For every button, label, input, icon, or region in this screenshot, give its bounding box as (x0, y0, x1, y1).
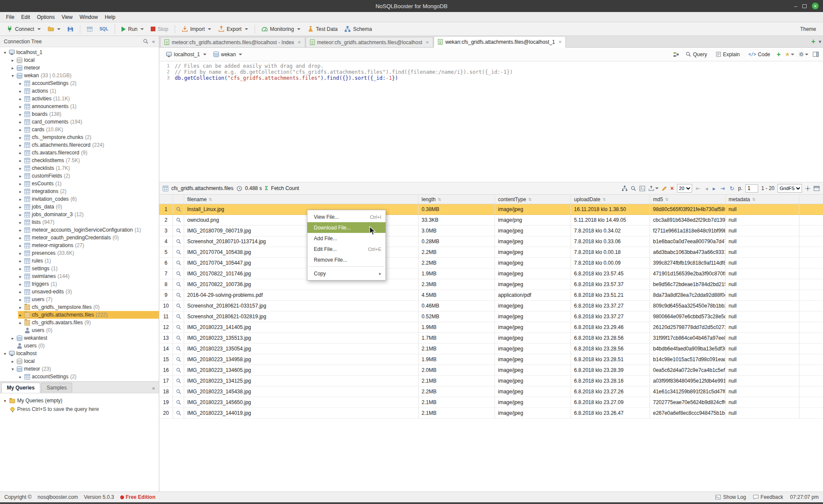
content-type-cell[interactable]: image/jpeg (495, 386, 571, 397)
query-button[interactable]: Query (683, 50, 709, 59)
layout-panel-icon[interactable] (813, 51, 819, 57)
length-cell[interactable]: 0.38MB (419, 204, 495, 214)
content-type-cell[interactable]: image/jpeg (495, 236, 571, 247)
tree-item[interactable]: ▸ esCounts (1) (0, 180, 159, 187)
preview-cell[interactable] (173, 204, 184, 214)
length-cell[interactable]: 1.7MB (419, 333, 495, 343)
length-cell[interactable]: 2.1MB (419, 397, 495, 407)
preview-cell[interactable] (173, 226, 184, 236)
tree-item[interactable]: ▸ meteor_oauth_pendingCredentials (0) (0, 234, 159, 241)
md5-cell[interactable]: e267e0a6ef8ec8ccc948475b1ba (650, 408, 726, 418)
sort-icon[interactable] (602, 195, 606, 204)
content-type-cell[interactable]: image/jpeg (495, 397, 571, 407)
breadcrumb-connection[interactable]: localhost_1 (164, 50, 209, 59)
feedback-button[interactable]: Feedback (753, 494, 784, 500)
tree-item[interactable]: ▸ meteor_accounts_loginServiceConfigurat… (0, 226, 159, 234)
add-icon[interactable]: + (777, 51, 780, 58)
preview-cell[interactable] (173, 354, 184, 365)
upload-date-cell[interactable]: 7.8.2018 klo 0.00.09 (571, 258, 650, 268)
md5-cell[interactable]: 98d80c565f03f921fe4b730af58f8 (650, 204, 726, 214)
metadata-cell[interactable]: null (726, 301, 799, 311)
tree-item[interactable]: ▸ cfs.avatars.filerecord (9) (0, 149, 159, 157)
metadata-cell[interactable]: null (726, 311, 799, 322)
editor-tab[interactable]: meteor:cfs_gridfs.attachments.files@loca… (160, 37, 305, 47)
tree-item[interactable]: users (0) (0, 342, 159, 350)
stop-button[interactable]: Stop (148, 24, 171, 34)
expander-icon[interactable]: ▸ (18, 81, 23, 86)
tree-item[interactable]: ▸ cfs_gridfs.avatars.files (9) (0, 319, 159, 326)
expander-icon[interactable]: ▾ (10, 367, 15, 371)
upload-date-cell[interactable]: 6.8.2018 klo 23.37.27 (571, 301, 650, 311)
table-row[interactable]: 4 Screenshot_20180710-113714.jpg 0.28MB … (159, 236, 823, 247)
upload-date-cell[interactable]: 6.8.2018 klo 23.57.45 (571, 269, 650, 279)
table-row[interactable]: 7 IMG_20170822_101746.jpg 1.9MB image/jp… (159, 269, 823, 279)
table-row[interactable]: 15 IMG_20180223_134958.jpg 1.9MB image/j… (159, 354, 823, 365)
md5-cell[interactable]: 0ea5c62d4a072c9e7ca4b1c5eff (650, 365, 726, 375)
more-tabs-icon[interactable]: » (152, 385, 158, 393)
expander-icon[interactable]: ▸ (18, 305, 23, 310)
tree-item[interactable]: ▸ settings (1) (0, 265, 159, 272)
metadata-cell[interactable]: null (726, 397, 799, 407)
filename-cell[interactable]: IMG_20180223_145650.jpg (184, 397, 419, 407)
tree-item[interactable]: ▸ meteor-migrations (27) (0, 241, 159, 249)
expander-icon[interactable]: ▸ (18, 220, 23, 225)
upload-date-cell[interactable]: 6.8.2018 klo 23.57.37 (571, 279, 650, 290)
expander-icon[interactable]: ▸ (18, 112, 23, 117)
filename-cell[interactable]: 2016-04-29-solving-problems.pdf (184, 290, 419, 300)
show-log-button[interactable]: Show Log (715, 494, 746, 500)
prev-page-icon[interactable]: ◂ (704, 185, 709, 192)
filename-cell[interactable]: IMG_20180223_135054.jpg (184, 344, 419, 354)
tree-item[interactable]: ▸ swimlanes (144) (0, 272, 159, 280)
tree-item[interactable]: ▸ accountSettings (2) (0, 373, 159, 380)
search-result-icon[interactable] (631, 186, 636, 191)
tree-item[interactable]: ▸ jobs_data (0) (0, 203, 159, 211)
md5-cell[interactable]: 41e61c341259b891f281c5d47f0 (650, 386, 726, 397)
md5-cell[interactable]: 7202775eae70e5624b9d824cff6 (650, 397, 726, 407)
upload-date-cell[interactable]: 6.8.2018 klo 23.28.51 (571, 354, 650, 365)
my-queries-folder[interactable]: ▾ My Queries (empty) (3, 396, 156, 405)
length-cell[interactable]: 2.3MB (419, 279, 495, 290)
upload-date-cell[interactable]: 6.8.2018 klo 23.28.56 (571, 333, 650, 343)
preview-cell[interactable] (173, 344, 184, 354)
column-header[interactable]: md5 (650, 195, 726, 204)
metadata-cell[interactable]: null (726, 365, 799, 375)
tree-item[interactable]: ▸ card_comments (194) (0, 118, 159, 126)
table-row[interactable]: 11 Screenshot_20180621-032819.jpg 0.52MB… (159, 311, 823, 322)
table-row[interactable]: 16 IMG_20180223_134605.jpg 2.0MB image/j… (159, 365, 823, 376)
preview-cell[interactable] (173, 236, 184, 247)
expander-icon[interactable]: ▸ (18, 228, 23, 232)
tree-item[interactable]: ▸ presences (33.6K) (0, 249, 159, 257)
length-cell[interactable]: 0.52MB (419, 311, 495, 322)
upload-date-cell[interactable]: 6.8.2018 klo 23.28.56 (571, 344, 650, 354)
length-cell[interactable]: 2.1MB (419, 344, 495, 354)
export-button[interactable]: Export (215, 24, 251, 34)
preview-cell[interactable] (173, 365, 184, 375)
editor-tab[interactable]: meteor:cfs_gridfs.attachments.files@loca… (306, 37, 434, 47)
tree-item[interactable]: ▸ integrations (2) (0, 187, 159, 195)
table-row[interactable]: 6 IMG_20170704_105447.jpg 2.2MB image/jp… (159, 258, 823, 269)
table-row[interactable]: 13 IMG_20180223_135513.jpg 1.7MB image/j… (159, 333, 823, 344)
preview-cell[interactable] (173, 215, 184, 225)
favorites-star-icon[interactable]: ★ (785, 51, 794, 57)
menu-item[interactable]: Options (33, 12, 58, 22)
menu-item[interactable]: View (58, 12, 76, 22)
sort-icon[interactable] (528, 195, 531, 204)
tab-close-icon[interactable]: × (426, 39, 429, 45)
length-cell[interactable]: 1.9MB (419, 322, 495, 332)
sort-icon[interactable] (665, 195, 668, 204)
content-type-cell[interactable]: image/jpeg (495, 408, 571, 418)
edit-document-icon[interactable] (662, 186, 667, 191)
md5-cell[interactable]: a03f99f836480495e12fdb4e991 (650, 376, 726, 386)
expander-icon[interactable]: ▸ (18, 189, 23, 194)
content-type-cell[interactable]: application/pdf (495, 290, 571, 300)
table-row[interactable]: 9 2016-04-29-solving-problems.pdf 4.5MB … (159, 290, 823, 301)
md5-cell[interactable]: 26120d25798778dd7d2d5c0273 (650, 322, 726, 332)
tree-item[interactable]: ▸ users (7) (0, 296, 159, 303)
expander-icon[interactable]: ▸ (10, 58, 15, 63)
table-view-button[interactable] (84, 24, 96, 34)
length-cell[interactable]: 33.3KB (419, 215, 495, 225)
filename-cell[interactable]: IMG_20180223_141405.jpg (184, 322, 419, 332)
new-tab-icon[interactable]: + (811, 38, 815, 45)
context-menu-item-copy[interactable]: Copy ▸ (307, 268, 386, 279)
page-input[interactable] (745, 184, 758, 193)
